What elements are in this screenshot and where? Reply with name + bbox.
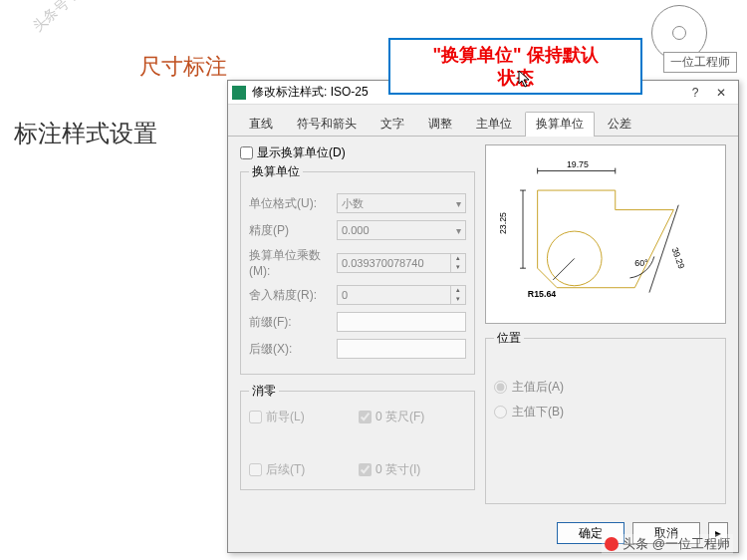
app-icon [232,86,246,100]
alt-units-group: 换算单位 单位格式(U): 小数 精度(P) 0.000 换算单位乘数(M): … [240,163,475,375]
suffix-input[interactable] [337,339,466,359]
spin-up-icon[interactable]: ▴ [450,254,464,263]
footer-watermark-text: 头条 @一位工程师 [622,535,730,553]
page-subtitle: 标注样式设置 [14,118,157,149]
spin-down-icon[interactable]: ▾ [450,263,464,272]
position-below-label: 主值下(B) [512,404,564,420]
position-after-label: 主值后(A) [512,379,564,396]
toutiao-logo-icon [605,537,619,551]
prefix-input[interactable] [337,312,466,332]
watermark-top-left: 头条号：一位工程师 [29,0,136,36]
position-group: 位置 主值后(A) 主值下(B) [485,330,726,504]
prefix-label: 前缀(F): [249,314,331,331]
tab-line[interactable]: 直线 [238,112,284,137]
page-title: 尺寸标注 [139,52,227,82]
position-legend: 位置 [494,330,524,347]
multiplier-label: 换算单位乘数(M): [249,247,331,278]
tab-text[interactable]: 文字 [370,112,415,137]
position-below-radio[interactable]: 主值下(B) [494,404,717,420]
preview-dim-angle: 60° [634,258,647,268]
zero-trailing-checkbox[interactable]: 后续(T) [249,461,329,478]
show-alt-checkbox-input[interactable] [240,146,253,159]
tab-primary-units[interactable]: 主单位 [465,112,523,137]
tab-symbols-arrows[interactable]: 符号和箭头 [286,112,368,137]
suffix-label: 后缀(X): [249,341,331,358]
multiplier-input[interactable]: 0.039370078740 ▴▾ [337,253,466,273]
footer-watermark: 头条 @一位工程师 [602,534,733,554]
dimstyle-dialog: 修改标注样式: ISO-25 ? ✕ 直线 符号和箭头 文字 调整 主单位 换算… [227,80,739,553]
zero-feet-checkbox[interactable]: 0 英尺(F) [359,409,438,425]
zero-inch-checkbox[interactable]: 0 英寸(I) [359,461,438,478]
spin-down-icon[interactable]: ▾ [450,295,464,304]
zero-suppress-group: 消零 前导(L) 0 英尺(F) 后续(T) 0 英寸(I) [240,383,475,490]
spin-up-icon[interactable]: ▴ [450,286,464,295]
callout-line2: 状态 [398,67,632,90]
tab-fit[interactable]: 调整 [417,112,463,137]
tab-bar: 直线 符号和箭头 文字 调整 主单位 换算单位 公差 [228,105,738,137]
tab-alternate-units[interactable]: 换算单位 [525,112,595,137]
round-value: 0 [342,289,348,301]
show-alt-label: 显示换算单位(D) [257,144,346,161]
dimension-preview: 19.75 23.25 39.29 60° R15.64 [485,144,726,324]
round-label: 舍入精度(R): [249,287,331,304]
help-button[interactable]: ? [682,84,708,102]
unit-format-label: 单位格式(U): [249,195,331,212]
close-button[interactable]: ✕ [708,84,734,102]
precision-select[interactable]: 0.000 [337,220,466,240]
preview-dim-top: 19.75 [567,159,589,169]
callout-line1: "换算单位" 保持默认 [398,44,632,67]
unit-format-select[interactable]: 小数 [337,193,466,213]
tab-tolerances[interactable]: 公差 [597,112,642,137]
preview-dim-right: 39.29 [670,246,687,270]
position-after-radio[interactable]: 主值后(A) [494,379,717,396]
alt-units-legend: 换算单位 [249,163,303,180]
engineer-label: 一位工程师 [663,52,737,73]
round-input[interactable]: 0 ▴▾ [337,285,466,305]
svg-line-4 [553,258,574,279]
multiplier-value: 0.039370078740 [342,257,424,269]
show-alt-units-checkbox[interactable]: 显示换算单位(D) [240,144,475,161]
zero-leading-checkbox[interactable]: 前导(L) [249,409,329,425]
annotation-callout: "换算单位" 保持默认 状态 [388,38,642,95]
precision-label: 精度(P) [249,222,331,239]
preview-dim-left: 23.25 [498,212,508,234]
zero-suppress-legend: 消零 [249,383,279,400]
preview-dim-radius: R15.64 [528,289,556,299]
